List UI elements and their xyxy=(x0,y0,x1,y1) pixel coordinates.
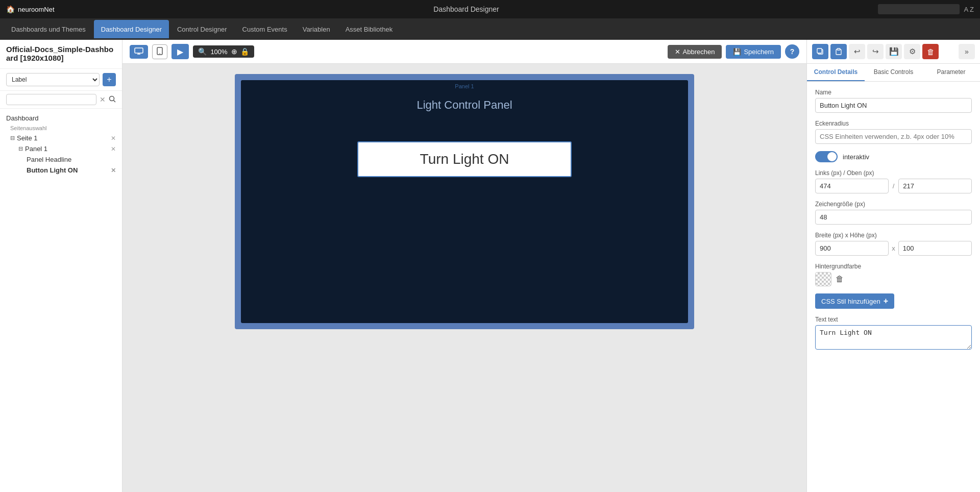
position-field-group: Links (px) / Oben (px) / xyxy=(815,169,972,193)
label-row: Label + xyxy=(0,69,122,91)
save-disk-icon: 💾 xyxy=(733,48,741,56)
canvas-toolbar: ▶ 🔍 100% ⊕ 🔒 ✕ Abbrechen 💾 Speichern xyxy=(122,40,806,64)
sidebar-search-input[interactable] xyxy=(6,94,96,105)
clear-search-button[interactable]: ✕ xyxy=(100,95,106,104)
tree-subtitle: Seitenauswahl xyxy=(0,124,122,133)
tab-control-designer[interactable]: Control Designer xyxy=(170,20,234,38)
play-button[interactable]: ▶ xyxy=(172,44,189,59)
size-field-group: Breite (px) x Höhe (px) x xyxy=(815,232,972,256)
topbar-search[interactable] xyxy=(878,4,960,14)
tree-close-buttonlight[interactable]: ✕ xyxy=(111,167,116,174)
save-button[interactable]: 💾 Speichern xyxy=(726,45,781,59)
canvas-button-element[interactable]: Turn Light ON xyxy=(357,141,572,177)
home-icon: 🏠 xyxy=(6,5,15,13)
canvas-button-text: Turn Light ON xyxy=(420,151,509,167)
size-height-input[interactable] xyxy=(898,241,972,256)
tab-parameter[interactable]: Parameter xyxy=(922,64,980,81)
bgcolor-swatch[interactable] xyxy=(815,272,831,286)
fontsize-label: Zeichengröße (px) xyxy=(815,201,972,208)
abort-button[interactable]: ✕ Abbrechen xyxy=(668,45,722,59)
tab-variablen[interactable]: Variablen xyxy=(296,20,337,38)
css-add-button[interactable]: CSS Stil hinzufügen + xyxy=(815,293,894,309)
pos-separator: / xyxy=(893,182,895,190)
desktop-icon xyxy=(134,47,143,55)
rtool-copy-button[interactable] xyxy=(812,44,828,59)
rtool-save-button[interactable]: 💾 xyxy=(886,44,902,59)
text-field-group: Text text Turn Light ON xyxy=(815,316,972,351)
svg-rect-10 xyxy=(837,48,840,50)
bgcolor-row: 🗑 xyxy=(815,272,972,286)
bgcolor-field-group: Hintergrundfarbe 🗑 xyxy=(815,263,972,286)
name-label: Name xyxy=(815,89,972,96)
tree-item-seite1[interactable]: ⊟ Seite 1 ✕ xyxy=(0,133,122,143)
svg-point-0 xyxy=(110,96,114,101)
right-panel-expand-button[interactable]: » xyxy=(959,44,975,59)
eckenradius-input[interactable] xyxy=(815,129,972,144)
left-sidebar: Official-Docs_Simple-Dashboard [1920x108… xyxy=(0,40,122,492)
tree-item-panelheadline[interactable]: Panel Headline xyxy=(0,154,122,165)
abort-label: Abbrechen xyxy=(683,48,715,56)
tree-buttonlight-label: Button Light ON xyxy=(27,166,78,174)
svg-line-1 xyxy=(114,100,116,102)
canvas-frame: Panel 1 Light Control Panel Turn Light O… xyxy=(235,74,694,329)
tab-designer[interactable]: Dashboard Designer xyxy=(94,20,169,38)
search-icon-button[interactable] xyxy=(109,95,116,104)
canvas-toolbar-left: ▶ 🔍 100% ⊕ 🔒 xyxy=(130,44,254,59)
svg-point-6 xyxy=(159,53,160,54)
fontsize-field-group: Zeichengröße (px) xyxy=(815,201,972,225)
lock-button[interactable]: 🔒 xyxy=(240,47,249,56)
rtool-settings-button[interactable]: ⚙ xyxy=(904,44,920,59)
view-desktop-button[interactable] xyxy=(130,45,148,59)
eckenradius-label: Eckenradius xyxy=(815,120,972,127)
tree-root-dashboard[interactable]: Dashboard xyxy=(0,113,122,124)
topbar: 🏠 neuroomNet Dashboard Designer A Z xyxy=(0,0,980,18)
search-row: ✕ xyxy=(0,91,122,109)
dashboard-title: Official-Docs_Simple-Dashboard [1920x108… xyxy=(6,45,116,62)
fontsize-input[interactable] xyxy=(815,210,972,225)
eckenradius-field-group: Eckenradius xyxy=(815,120,972,144)
tree-root-label: Dashboard xyxy=(6,114,39,122)
tab-control-details[interactable]: Control Details xyxy=(807,64,865,81)
label-select[interactable]: Label xyxy=(6,73,100,86)
tree-close-seite1[interactable]: ✕ xyxy=(111,135,116,142)
interaktiv-label: interaktiv xyxy=(843,153,869,161)
tab-custom-events[interactable]: Custom Events xyxy=(235,20,295,38)
right-toolbar: ↩ ↪ 💾 ⚙ 🗑 » xyxy=(807,40,980,64)
svg-rect-8 xyxy=(817,48,822,53)
canvas-inner: Panel 1 Light Control Panel Turn Light O… xyxy=(241,80,688,323)
bgcolor-trash-button[interactable]: 🗑 xyxy=(836,275,844,284)
view-tablet-button[interactable] xyxy=(152,44,167,59)
tab-basic-controls[interactable]: Basic Controls xyxy=(865,64,922,81)
interaktiv-toggle[interactable] xyxy=(815,151,838,162)
help-button[interactable]: ? xyxy=(785,44,799,59)
svg-rect-2 xyxy=(135,48,143,53)
topbar-user-icon: A Z xyxy=(964,6,974,13)
right-toolbar-left: ↩ ↪ 💾 ⚙ 🗑 xyxy=(812,44,939,59)
rtool-delete-button[interactable]: 🗑 xyxy=(922,44,939,59)
text-textarea[interactable]: Turn Light ON xyxy=(815,325,972,350)
pos-left-input[interactable] xyxy=(815,179,889,193)
name-input[interactable] xyxy=(815,98,972,113)
rtool-undo-button[interactable]: ↩ xyxy=(849,44,865,59)
pos-top-input[interactable] xyxy=(898,179,972,193)
zoom-out-button[interactable]: 🔍 xyxy=(198,47,207,56)
position-label: Links (px) / Oben (px) xyxy=(815,169,972,177)
add-label-button[interactable]: + xyxy=(103,73,116,86)
tree-item-buttonlight[interactable]: Button Light ON ✕ xyxy=(0,165,122,176)
bgcolor-label: Hintergrundfarbe xyxy=(815,263,972,270)
rtool-paste-button[interactable] xyxy=(830,44,847,59)
tab-asset[interactable]: Asset Bibliothek xyxy=(338,20,400,38)
position-row: / xyxy=(815,179,972,193)
size-label: Breite (px) x Höhe (px) xyxy=(815,232,972,239)
sidebar-header: Official-Docs_Simple-Dashboard [1920x108… xyxy=(0,40,122,69)
rtool-redo-button[interactable]: ↪ xyxy=(867,44,884,59)
abort-x-icon: ✕ xyxy=(675,48,680,56)
tab-dashboards[interactable]: Dashboards und Themes xyxy=(4,20,93,38)
name-field-group: Name xyxy=(815,89,972,113)
zoom-in-button[interactable]: ⊕ xyxy=(231,47,237,56)
tree-seite1-label: Seite 1 xyxy=(17,134,37,142)
tree-close-panel1[interactable]: ✕ xyxy=(111,145,116,153)
size-width-input[interactable] xyxy=(815,241,889,256)
tree-panelheadline-label: Panel Headline xyxy=(27,156,71,163)
tree-item-panel1[interactable]: ⊟ Panel 1 ✕ xyxy=(0,143,122,154)
